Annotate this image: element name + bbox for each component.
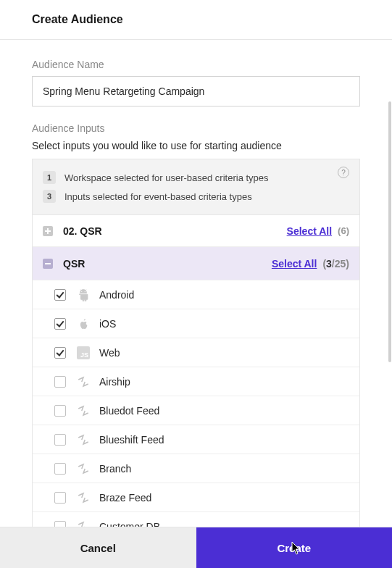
subgroup-total: 25: [335, 258, 346, 270]
group-row[interactable]: 02. QSR Select All (6): [33, 215, 359, 247]
item-label: Airship: [99, 376, 130, 388]
list-item[interactable]: Android: [33, 280, 359, 309]
js-icon: JS: [76, 346, 91, 360]
feed-icon: [76, 490, 91, 505]
list-item[interactable]: Bluedot Feed: [33, 396, 359, 425]
checkbox[interactable]: [54, 463, 66, 475]
inputs-panel: ? 1 Workspace selected for user-based cr…: [32, 159, 360, 568]
item-label: Branch: [99, 463, 131, 475]
selection-summary: ? 1 Workspace selected for user-based cr…: [33, 159, 359, 215]
audience-inputs-description: Select inputs you would like to use for …: [32, 140, 360, 151]
item-label: Blueshift Feed: [99, 434, 164, 446]
svg-point-1: [85, 291, 86, 291]
item-label: Braze Feed: [99, 492, 151, 504]
modal-header: Create Audience: [0, 0, 392, 40]
summary-row-inputs: 3 Inputs selected for event-based criter…: [43, 187, 349, 206]
svg-point-0: [81, 291, 82, 291]
group-label: 02. QSR: [63, 225, 102, 237]
feed-icon: [76, 462, 91, 476]
items-list: AndroidiOSJSWebAirshipBluedot FeedBluesh…: [33, 280, 359, 568]
group-count: (6): [338, 225, 349, 236]
item-label: Android: [99, 289, 134, 301]
summary-row-workspace: 1 Workspace selected for user-based crit…: [43, 168, 349, 187]
list-item[interactable]: Blueshift Feed: [33, 425, 359, 454]
item-label: Bluedot Feed: [99, 405, 159, 417]
scrollbar-track[interactable]: [388, 0, 392, 568]
select-all-subgroup-link[interactable]: Select All: [272, 258, 317, 270]
checkbox[interactable]: [54, 318, 66, 330]
workspace-summary-text: Workspace selected for user-based criter…: [64, 172, 269, 183]
audience-name-label: Audience Name: [32, 59, 360, 70]
cancel-button[interactable]: Cancel: [0, 527, 196, 568]
page-title: Create Audience: [32, 13, 360, 26]
item-label: Web: [99, 347, 120, 359]
audience-name-input[interactable]: [32, 76, 360, 106]
subgroup-row[interactable]: QSR Select All (3/25): [33, 247, 359, 280]
workspace-count-badge: 1: [43, 171, 56, 184]
checkbox[interactable]: [54, 347, 66, 359]
item-label: iOS: [99, 318, 116, 330]
feed-icon: [76, 375, 91, 389]
expand-icon[interactable]: [43, 226, 53, 236]
list-item[interactable]: Branch: [33, 454, 359, 483]
scrollbar-thumb[interactable]: [388, 101, 391, 362]
android-icon: [76, 288, 91, 302]
list-item[interactable]: JSWeb: [33, 338, 359, 367]
checkbox[interactable]: [54, 405, 66, 417]
audience-inputs-label: Audience Inputs: [32, 122, 360, 134]
modal-content: Audience Name Audience Inputs Select inp…: [0, 40, 392, 568]
list-item[interactable]: iOS: [33, 309, 359, 338]
select-all-group-link[interactable]: Select All: [287, 225, 333, 237]
subgroup-actions: Select All (3/25): [272, 258, 349, 270]
subgroup-count: (3/25): [322, 258, 349, 270]
subgroup-label: QSR: [63, 258, 85, 270]
collapse-icon[interactable]: [43, 259, 53, 269]
feed-icon: [76, 404, 91, 418]
list-item[interactable]: Airship: [33, 367, 359, 396]
modal-footer: Cancel Create: [0, 527, 392, 568]
checkbox[interactable]: [54, 492, 66, 504]
inputs-summary-text: Inputs selected for event-based criteria…: [64, 191, 252, 202]
inputs-count-badge: 3: [43, 190, 56, 203]
checkbox[interactable]: [54, 289, 66, 301]
checkbox[interactable]: [54, 376, 66, 388]
help-icon[interactable]: ?: [338, 167, 349, 178]
list-item[interactable]: Braze Feed: [33, 483, 359, 512]
apple-icon: [76, 317, 91, 331]
create-button[interactable]: Create: [196, 527, 393, 568]
feed-icon: [76, 433, 91, 447]
group-actions: Select All (6): [287, 225, 349, 237]
checkbox[interactable]: [54, 434, 66, 446]
subgroup-selected: 3: [326, 258, 332, 270]
